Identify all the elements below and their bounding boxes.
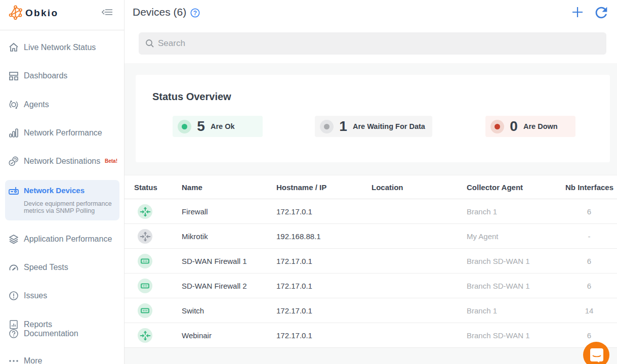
svg-text:?: ? <box>193 10 197 17</box>
